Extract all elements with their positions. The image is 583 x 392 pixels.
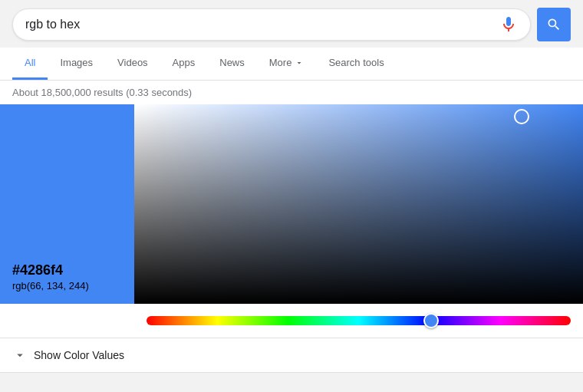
tab-images[interactable]: Images bbox=[48, 48, 105, 80]
tab-search-tools[interactable]: Search tools bbox=[316, 48, 396, 80]
search-button[interactable] bbox=[537, 8, 571, 41]
results-summary: About 18,500,000 results (0.33 seconds) bbox=[0, 81, 583, 104]
chevron-down-icon bbox=[295, 58, 304, 68]
color-display: #4286f4 rgb(66, 134, 244) bbox=[0, 104, 583, 304]
color-swatch: #4286f4 rgb(66, 134, 244) bbox=[0, 104, 134, 304]
hue-slider-container bbox=[134, 304, 583, 338]
tab-more[interactable]: More bbox=[257, 48, 317, 80]
search-box bbox=[12, 8, 531, 41]
color-hex: #4286f4 bbox=[12, 262, 63, 278]
tab-videos[interactable]: Videos bbox=[105, 48, 160, 80]
search-bar-container bbox=[0, 0, 583, 41]
color-widget: #4286f4 rgb(66, 134, 244) Show Color Val… bbox=[0, 104, 583, 373]
show-color-values-label: Show Color Values bbox=[34, 349, 124, 361]
nav-tabs: All Images Videos Apps News More Search … bbox=[0, 48, 583, 81]
tab-all[interactable]: All bbox=[12, 48, 48, 80]
show-color-values[interactable]: Show Color Values bbox=[0, 338, 583, 372]
color-picker-area[interactable] bbox=[134, 104, 583, 304]
hue-slider-track[interactable] bbox=[147, 316, 571, 325]
mic-icon[interactable] bbox=[499, 15, 518, 34]
hue-slider-thumb[interactable] bbox=[423, 313, 439, 328]
tab-news[interactable]: News bbox=[207, 48, 257, 80]
search-icon bbox=[546, 17, 562, 32]
chevron-down-icon bbox=[12, 348, 28, 363]
search-input[interactable] bbox=[25, 18, 493, 31]
color-rgb: rgb(66, 134, 244) bbox=[12, 280, 89, 292]
tab-apps[interactable]: Apps bbox=[160, 48, 208, 80]
color-picker-handle[interactable] bbox=[514, 109, 529, 124]
